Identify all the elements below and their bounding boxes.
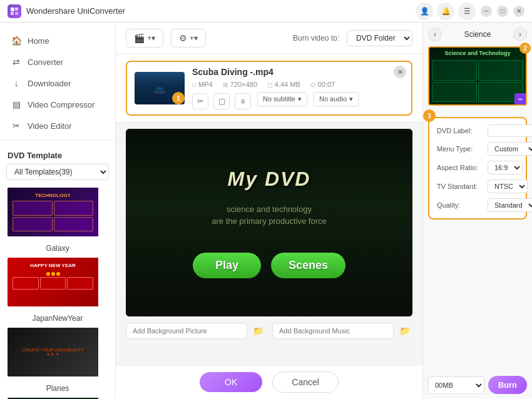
dvd-label-input[interactable]: [488, 124, 532, 137]
file-close-button[interactable]: ✕: [394, 66, 406, 78]
template-prev-button[interactable]: ‹: [428, 28, 442, 41]
resolution-icon: ⊞: [223, 81, 228, 88]
subtitle-label: No subtitle: [263, 95, 295, 103]
template-cell-3: [432, 82, 477, 103]
format-icon: □: [192, 81, 196, 88]
template-preview-box: Science and Technology ✏: [428, 46, 527, 106]
template-cell-1: [432, 60, 477, 81]
menu-type-label: Menu Type:: [437, 145, 484, 153]
subtitle-chevron: ▾: [298, 95, 302, 103]
svg-rect-3: [15, 12, 18, 15]
dvd-thumb-japan-label: JapanNewYear: [0, 313, 115, 326]
dvd-template-panel: DVD Template All Templates(39) TECHNOLOG…: [0, 144, 115, 399]
duration-icon: ⊙: [310, 81, 315, 88]
titlebar: Wondershare UniConverter 👤 🔔 ☰ ─ □ ✕: [0, 0, 532, 23]
close-button[interactable]: ✕: [513, 6, 524, 17]
bg-picture-folder-button[interactable]: 📁: [250, 323, 266, 339]
preview-background: My DVD science and technology are the pr…: [126, 129, 412, 316]
preview-subtitle: science and technology are the primary p…: [212, 203, 327, 228]
sidebar-item-home[interactable]: 🏠 Home: [0, 30, 115, 51]
menu-type-select[interactable]: Custom Standard None: [488, 142, 532, 156]
dvd-template-header: DVD Template: [0, 144, 115, 164]
size-icon: ◻: [267, 81, 272, 88]
aspect-ratio-label: Aspect Ratio:: [437, 164, 484, 171]
sidebar-home-label: Home: [28, 36, 49, 46]
burn-button[interactable]: Burn: [488, 376, 527, 394]
add-media-button[interactable]: 🎬 +▾: [126, 29, 163, 48]
cancel-button[interactable]: Cancel: [272, 371, 339, 393]
aspect-ratio-select[interactable]: 16:9 4:3: [488, 161, 523, 174]
dvd-label-row: DVD Label:: [437, 124, 518, 137]
svg-rect-2: [11, 12, 14, 15]
notification-icon[interactable]: 🔔: [437, 3, 454, 20]
file-badge: 1: [172, 92, 185, 104]
template-next-button[interactable]: ›: [513, 28, 527, 41]
add-menu-button[interactable]: ⚙ +▾: [171, 29, 206, 48]
audio-chevron: ▾: [349, 95, 353, 103]
app-title: Wondershare UniConverter: [26, 6, 416, 16]
file-resolution: ⊞ 720×480: [223, 81, 257, 88]
bg-music-wrap: 📁: [272, 323, 412, 339]
template-badge-2: 2: [519, 43, 531, 54]
clip-button[interactable]: ▢: [213, 93, 230, 109]
sidebar-converter-label: Converter: [28, 58, 63, 67]
dvd-thumb-planes-label: Planes: [0, 383, 115, 396]
maximize-button[interactable]: □: [497, 6, 508, 17]
file-resolution-value: 720×480: [230, 81, 257, 88]
dvd-thumb-galaxy[interactable]: TECHNOLOGY: [6, 186, 109, 238]
add-menu-icon: ⚙: [179, 33, 187, 43]
quality-select[interactable]: Standard High Low: [488, 198, 532, 212]
minimize-button[interactable]: ─: [481, 6, 492, 17]
template-nav: ‹ Science ›: [428, 28, 527, 41]
burn-to-select[interactable]: DVD Folder: [347, 30, 412, 46]
toolbar: 🎬 +▾ ⚙ +▾ Burn video to: DVD Folder: [116, 23, 422, 54]
tv-standard-row: TV Standard: NTSC PAL: [437, 179, 518, 193]
sidebar-item-converter[interactable]: ⇄ Converter: [0, 51, 115, 73]
dvd-label-label: DVD Label:: [437, 127, 484, 134]
dvd-template-select[interactable]: All Templates(39): [6, 164, 109, 180]
file-name: Scuba Diving -.mp4: [192, 67, 404, 77]
preview-scenes-button[interactable]: Scenes: [271, 253, 345, 278]
burn-area: 00MB Burn: [428, 371, 527, 394]
dvd-thumb-science[interactable]: Science and Technology: [6, 396, 109, 399]
tv-standard-select[interactable]: NTSC PAL: [488, 179, 528, 193]
user-icon[interactable]: 👤: [416, 3, 433, 20]
dvd-thumb-japan[interactable]: HAPPY NEW YEAR: [6, 256, 109, 308]
app-logo: [8, 4, 21, 18]
menu-icon[interactable]: ☰: [458, 3, 476, 20]
audio-select[interactable]: No audio ▾: [314, 92, 359, 106]
template-edit-button[interactable]: ✏: [514, 93, 527, 106]
dvd-settings-panel: DVD Label: Menu Type: Custom Standard No…: [428, 117, 527, 220]
subtitle-select[interactable]: No subtitle ▾: [257, 92, 307, 106]
preview-buttons: Play Scenes: [193, 253, 345, 278]
aspect-ratio-row: Aspect Ratio: 16:9 4:3: [437, 161, 518, 174]
add-media-icon: 🎬: [134, 33, 145, 43]
bg-music-input[interactable]: [272, 323, 394, 339]
quality-row: Quality: Standard High Low: [437, 198, 518, 212]
home-icon: 🏠: [11, 36, 21, 46]
add-media-label: +▾: [147, 34, 155, 43]
bg-picture-input[interactable]: [126, 323, 247, 339]
file-area: 1 Scuba Diving -.mp4 □ MP4 ⊞ 720×480: [116, 54, 422, 123]
file-controls: ✂ ▢ ≡ No subtitle ▾ No audio ▾: [192, 88, 404, 109]
sidebar-item-video-compressor[interactable]: ▤ Video Compressor: [0, 94, 115, 115]
right-panel: ‹ Science › Science and Technology ✏ 2: [422, 23, 532, 399]
dvd-thumb-planes[interactable]: CREATE YOUR OWN BEAUTY✈ ✈ ✈: [6, 326, 109, 378]
titlebar-actions: 👤 🔔 ☰ ─ □ ✕: [416, 3, 524, 20]
editor-icon: ✂: [11, 121, 21, 131]
preview-play-button[interactable]: Play: [193, 253, 261, 278]
svg-point-4: [153, 90, 166, 94]
bg-music-folder-button[interactable]: 📁: [396, 323, 412, 339]
preview-area: My DVD science and technology are the pr…: [116, 123, 422, 365]
capacity-select[interactable]: 00MB: [428, 376, 484, 394]
sidebar-item-downloader[interactable]: ↓ Downloader: [0, 73, 115, 94]
file-format: □ MP4: [192, 81, 213, 88]
file-duration-value: 00:07: [318, 81, 335, 88]
ok-button[interactable]: OK: [200, 372, 262, 392]
svg-rect-1: [15, 8, 18, 11]
menu-button[interactable]: ≡: [235, 93, 251, 109]
sidebar-item-video-editor[interactable]: ✂ Video Editor: [0, 115, 115, 136]
cut-button[interactable]: ✂: [192, 93, 208, 109]
file-actions: ✂ ▢ ≡: [192, 93, 251, 109]
preview-box: My DVD science and technology are the pr…: [126, 129, 412, 316]
